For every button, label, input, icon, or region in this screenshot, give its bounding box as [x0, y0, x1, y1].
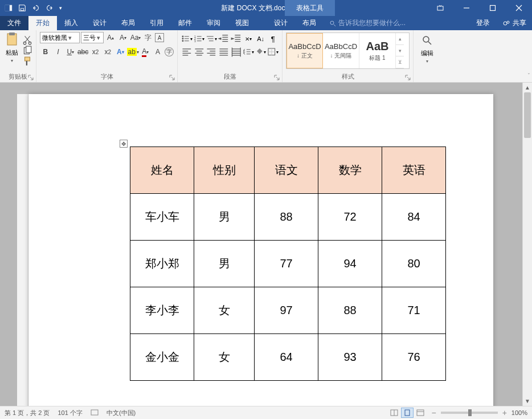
- align-left-icon[interactable]: [181, 47, 193, 57]
- highlight-icon[interactable]: ab▾: [127, 46, 138, 58]
- decrease-indent-icon[interactable]: [218, 34, 230, 44]
- increase-indent-icon[interactable]: [231, 34, 242, 44]
- distributed-icon[interactable]: [231, 47, 242, 57]
- text-effects-icon[interactable]: A▾: [114, 46, 126, 58]
- table-header-cell[interactable]: 英语: [382, 147, 446, 194]
- format-painter-icon[interactable]: [22, 56, 32, 66]
- tab-review[interactable]: 审阅: [199, 16, 228, 30]
- table-row[interactable]: 金小金 女 64 93 76: [130, 334, 446, 381]
- shading-icon[interactable]: ▾: [255, 47, 267, 57]
- table-cell[interactable]: 77: [255, 241, 318, 287]
- char-shading-icon[interactable]: A: [152, 46, 163, 58]
- dialog-launcher-icon[interactable]: [28, 74, 34, 80]
- status-language[interactable]: 中文(中国): [107, 409, 136, 417]
- share-button[interactable]: 共享: [497, 16, 532, 30]
- style-heading1[interactable]: AaB 标题 1: [359, 33, 396, 68]
- word-app-icon[interactable]: [2, 2, 15, 14]
- table-header-cell[interactable]: 语文: [255, 147, 318, 194]
- char-border-icon[interactable]: A: [155, 33, 164, 42]
- scroll-thumb[interactable]: [524, 92, 531, 138]
- table-cell[interactable]: 80: [382, 241, 446, 287]
- table-row[interactable]: 郑小郑 男 77 94 80: [130, 241, 446, 287]
- table-cell[interactable]: 71: [382, 287, 446, 334]
- table-cell[interactable]: 88: [255, 194, 318, 241]
- dialog-launcher-icon[interactable]: [405, 74, 411, 80]
- borders-icon[interactable]: ▾: [267, 47, 279, 57]
- ribbon-options-icon[interactable]: [427, 0, 453, 16]
- table-cell[interactable]: 郑小郑: [130, 241, 194, 287]
- show-marks-icon[interactable]: ¶: [267, 34, 279, 44]
- align-justify-icon[interactable]: [218, 47, 230, 57]
- edit-dropdown-icon[interactable]: ▾: [426, 59, 428, 64]
- table-row[interactable]: 李小李 女 97 88 71: [130, 287, 446, 334]
- asian-layout-icon[interactable]: ✕▾: [243, 34, 254, 44]
- enclose-char-icon[interactable]: 字: [165, 47, 174, 56]
- tab-table-design[interactable]: 设计: [267, 16, 295, 30]
- table-cell[interactable]: 88: [318, 287, 382, 334]
- tab-insert[interactable]: 插入: [57, 16, 85, 30]
- zoom-out-icon[interactable]: −: [431, 408, 436, 417]
- maximize-icon[interactable]: [480, 0, 506, 16]
- tab-layout[interactable]: 布局: [114, 16, 142, 30]
- document-page[interactable]: ✥ 姓名 性别 语文 数学 英语 车小车 男 88 72 84 郑小郑 男 77…: [28, 94, 493, 406]
- zoom-slider-handle[interactable]: [468, 409, 472, 416]
- table-header-cell[interactable]: 姓名: [130, 147, 194, 194]
- tab-home[interactable]: 开始: [28, 16, 57, 30]
- collapse-ribbon-icon[interactable]: ˇ: [528, 73, 530, 79]
- table-cell[interactable]: 93: [318, 334, 382, 381]
- font-name-select[interactable]: 微软雅黑▾: [40, 32, 80, 43]
- qat-dropdown-icon[interactable]: ▾: [57, 2, 64, 14]
- italic-button[interactable]: I: [52, 46, 64, 58]
- table-cell[interactable]: 76: [382, 334, 446, 381]
- font-color-icon[interactable]: A▾: [140, 46, 151, 58]
- scroll-down-icon[interactable]: ▼: [523, 396, 532, 406]
- table-row[interactable]: 车小车 男 88 72 84: [130, 194, 446, 241]
- scroll-up-icon[interactable]: ▲: [523, 83, 532, 92]
- document-table[interactable]: 姓名 性别 语文 数学 英语 车小车 男 88 72 84 郑小郑 男 77 9…: [130, 147, 446, 381]
- undo-icon[interactable]: [30, 2, 42, 14]
- zoom-slider[interactable]: [441, 412, 498, 414]
- tab-table-layout[interactable]: 布局: [295, 16, 324, 30]
- view-read-mode-icon[interactable]: [388, 408, 400, 418]
- view-web-layout-icon[interactable]: [414, 408, 427, 418]
- phonetic-guide-icon[interactable]: 字: [142, 32, 154, 43]
- tab-view[interactable]: 视图: [228, 16, 256, 30]
- gallery-scroll[interactable]: ▴ ▾ ⊻: [396, 33, 404, 68]
- align-center-icon[interactable]: [194, 47, 205, 57]
- copy-icon[interactable]: [22, 46, 32, 55]
- grow-font-icon[interactable]: A▴: [105, 32, 116, 43]
- tab-references[interactable]: 引用: [142, 16, 171, 30]
- zoom-level[interactable]: 100%: [511, 409, 527, 416]
- redo-icon[interactable]: [43, 2, 56, 14]
- login-button[interactable]: 登录: [469, 16, 497, 30]
- vertical-ruler[interactable]: [17, 94, 28, 406]
- tab-file[interactable]: 文件: [0, 16, 28, 30]
- table-cell[interactable]: 64: [255, 334, 318, 381]
- status-page[interactable]: 第 1 页，共 2 页: [5, 409, 50, 417]
- minimize-icon[interactable]: [453, 0, 480, 16]
- scroll-down-icon[interactable]: ▾: [396, 45, 404, 57]
- status-spellcheck-icon[interactable]: [91, 408, 99, 417]
- align-right-icon[interactable]: [206, 47, 217, 57]
- table-move-handle-icon[interactable]: ✥: [120, 140, 128, 148]
- close-icon[interactable]: [506, 0, 532, 16]
- cut-icon[interactable]: [22, 35, 32, 44]
- gallery-expand-icon[interactable]: ⊻: [396, 56, 404, 68]
- table-header-cell[interactable]: 性别: [194, 147, 255, 194]
- style-normal[interactable]: AaBbCcD ↓ 正文: [287, 33, 323, 68]
- tab-mailings[interactable]: 邮件: [171, 16, 199, 30]
- table-cell[interactable]: 车小车: [130, 194, 194, 241]
- tab-design[interactable]: 设计: [85, 16, 114, 30]
- line-spacing-icon[interactable]: ▾: [243, 47, 254, 57]
- font-size-select[interactable]: 三号▾: [81, 32, 104, 43]
- table-cell[interactable]: 女: [194, 334, 255, 381]
- bullets-icon[interactable]: ▾: [181, 34, 193, 44]
- sort-icon[interactable]: A↓: [255, 34, 267, 44]
- dialog-launcher-icon[interactable]: [274, 74, 280, 80]
- zoom-in-icon[interactable]: +: [502, 408, 507, 417]
- table-cell[interactable]: 97: [255, 287, 318, 334]
- scroll-up-icon[interactable]: ▴: [396, 33, 404, 45]
- change-case-icon[interactable]: Aa▾: [130, 32, 141, 43]
- table-cell[interactable]: 李小李: [130, 287, 194, 334]
- multilevel-list-icon[interactable]: ▾: [206, 34, 217, 44]
